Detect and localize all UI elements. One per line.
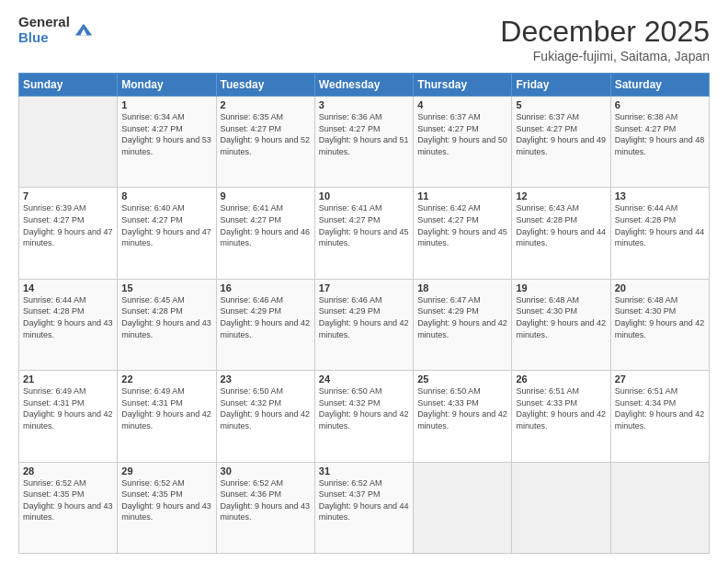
day-number: 30 — [221, 465, 311, 477]
weekday-header-row: SundayMondayTuesdayWednesdayThursdayFrid… — [19, 74, 710, 97]
day-cell: 2Sunrise: 6:35 AMSunset: 4:27 PMDaylight… — [216, 97, 314, 188]
day-cell: 31Sunrise: 6:52 AMSunset: 4:37 PMDayligh… — [314, 462, 413, 553]
day-cell: 24Sunrise: 6:50 AMSunset: 4:32 PMDayligh… — [314, 371, 413, 462]
day-cell — [19, 97, 118, 188]
day-info: Sunrise: 6:39 AMSunset: 4:27 PMDaylight:… — [23, 202, 113, 248]
day-cell: 26Sunrise: 6:51 AMSunset: 4:33 PMDayligh… — [512, 371, 610, 462]
day-cell: 16Sunrise: 6:46 AMSunset: 4:29 PMDayligh… — [216, 279, 314, 370]
day-info: Sunrise: 6:37 AMSunset: 4:27 PMDaylight:… — [417, 111, 507, 157]
week-row-2: 7Sunrise: 6:39 AMSunset: 4:27 PMDaylight… — [19, 188, 710, 279]
day-number: 21 — [23, 373, 113, 385]
day-cell: 8Sunrise: 6:40 AMSunset: 4:27 PMDaylight… — [118, 188, 216, 279]
logo-icon — [74, 20, 94, 40]
day-cell: 22Sunrise: 6:49 AMSunset: 4:31 PMDayligh… — [118, 371, 216, 462]
day-info: Sunrise: 6:49 AMSunset: 4:31 PMDaylight:… — [121, 385, 211, 431]
week-row-1: 1Sunrise: 6:34 AMSunset: 4:27 PMDaylight… — [19, 97, 710, 188]
day-cell: 5Sunrise: 6:37 AMSunset: 4:27 PMDaylight… — [512, 97, 610, 188]
day-number: 26 — [516, 373, 606, 385]
day-info: Sunrise: 6:52 AMSunset: 4:35 PMDaylight:… — [23, 477, 113, 523]
day-info: Sunrise: 6:44 AMSunset: 4:28 PMDaylight:… — [615, 202, 705, 248]
day-number: 5 — [516, 99, 606, 110]
day-info: Sunrise: 6:50 AMSunset: 4:33 PMDaylight:… — [417, 385, 507, 431]
day-number: 23 — [221, 373, 311, 385]
day-info: Sunrise: 6:45 AMSunset: 4:28 PMDaylight:… — [121, 294, 211, 340]
day-cell: 6Sunrise: 6:38 AMSunset: 4:27 PMDaylight… — [610, 97, 709, 188]
day-info: Sunrise: 6:34 AMSunset: 4:27 PMDaylight:… — [121, 111, 211, 157]
weekday-header-tuesday: Tuesday — [216, 74, 314, 97]
day-number: 6 — [615, 99, 705, 110]
day-cell: 3Sunrise: 6:36 AMSunset: 4:27 PMDaylight… — [314, 97, 413, 188]
day-cell: 28Sunrise: 6:52 AMSunset: 4:35 PMDayligh… — [19, 462, 118, 553]
day-number: 31 — [319, 465, 409, 477]
day-number: 18 — [417, 282, 507, 293]
weekday-header-monday: Monday — [118, 74, 216, 97]
day-info: Sunrise: 6:51 AMSunset: 4:33 PMDaylight:… — [516, 385, 606, 431]
weekday-header-saturday: Saturday — [610, 74, 709, 97]
day-number: 9 — [221, 190, 311, 201]
day-cell: 15Sunrise: 6:45 AMSunset: 4:28 PMDayligh… — [118, 279, 216, 370]
day-number: 24 — [319, 373, 409, 385]
day-cell: 21Sunrise: 6:49 AMSunset: 4:31 PMDayligh… — [19, 371, 118, 462]
week-row-3: 14Sunrise: 6:44 AMSunset: 4:28 PMDayligh… — [19, 279, 710, 370]
day-number: 4 — [417, 99, 507, 110]
day-number: 28 — [23, 465, 113, 477]
day-number: 10 — [319, 190, 409, 201]
day-cell: 17Sunrise: 6:46 AMSunset: 4:29 PMDayligh… — [314, 279, 413, 370]
day-number: 12 — [516, 190, 606, 201]
day-number: 7 — [23, 190, 113, 201]
day-info: Sunrise: 6:41 AMSunset: 4:27 PMDaylight:… — [319, 202, 409, 248]
day-cell: 4Sunrise: 6:37 AMSunset: 4:27 PMDaylight… — [414, 97, 512, 188]
day-cell: 1Sunrise: 6:34 AMSunset: 4:27 PMDaylight… — [118, 97, 216, 188]
day-info: Sunrise: 6:36 AMSunset: 4:27 PMDaylight:… — [319, 111, 409, 157]
day-cell: 20Sunrise: 6:48 AMSunset: 4:30 PMDayligh… — [610, 279, 709, 370]
day-info: Sunrise: 6:52 AMSunset: 4:35 PMDaylight:… — [121, 477, 211, 523]
logo: General Blue — [18, 15, 94, 45]
day-number: 20 — [615, 282, 705, 293]
header: General Blue December 2025 Fukiage-fujim… — [18, 15, 710, 63]
day-info: Sunrise: 6:52 AMSunset: 4:36 PMDaylight:… — [221, 477, 311, 523]
weekday-header-sunday: Sunday — [19, 74, 118, 97]
day-cell: 18Sunrise: 6:47 AMSunset: 4:29 PMDayligh… — [414, 279, 512, 370]
day-info: Sunrise: 6:51 AMSunset: 4:34 PMDaylight:… — [615, 385, 705, 431]
day-info: Sunrise: 6:49 AMSunset: 4:31 PMDaylight:… — [23, 385, 113, 431]
day-number: 29 — [121, 465, 211, 477]
day-cell: 13Sunrise: 6:44 AMSunset: 4:28 PMDayligh… — [610, 188, 709, 279]
day-cell: 14Sunrise: 6:44 AMSunset: 4:28 PMDayligh… — [19, 279, 118, 370]
week-row-5: 28Sunrise: 6:52 AMSunset: 4:35 PMDayligh… — [19, 462, 710, 553]
day-number: 8 — [121, 190, 211, 201]
page: General Blue December 2025 Fukiage-fujim… — [0, 0, 728, 563]
day-number: 25 — [417, 373, 507, 385]
day-number: 27 — [615, 373, 705, 385]
day-cell: 10Sunrise: 6:41 AMSunset: 4:27 PMDayligh… — [314, 188, 413, 279]
day-cell — [610, 462, 709, 553]
day-info: Sunrise: 6:37 AMSunset: 4:27 PMDaylight:… — [516, 111, 606, 157]
day-info: Sunrise: 6:44 AMSunset: 4:28 PMDaylight:… — [23, 294, 113, 340]
day-cell: 27Sunrise: 6:51 AMSunset: 4:34 PMDayligh… — [610, 371, 709, 462]
weekday-header-thursday: Thursday — [414, 74, 512, 97]
day-cell: 11Sunrise: 6:42 AMSunset: 4:27 PMDayligh… — [414, 188, 512, 279]
calendar-table: SundayMondayTuesdayWednesdayThursdayFrid… — [18, 73, 710, 554]
logo-blue: Blue — [18, 30, 70, 46]
day-cell: 12Sunrise: 6:43 AMSunset: 4:28 PMDayligh… — [512, 188, 610, 279]
day-number: 19 — [516, 282, 606, 293]
day-info: Sunrise: 6:40 AMSunset: 4:27 PMDaylight:… — [121, 202, 211, 248]
day-info: Sunrise: 6:35 AMSunset: 4:27 PMDaylight:… — [221, 111, 311, 157]
day-info: Sunrise: 6:50 AMSunset: 4:32 PMDaylight:… — [221, 385, 311, 431]
day-info: Sunrise: 6:48 AMSunset: 4:30 PMDaylight:… — [615, 294, 705, 340]
day-number: 3 — [319, 99, 409, 110]
day-info: Sunrise: 6:42 AMSunset: 4:27 PMDaylight:… — [417, 202, 507, 248]
week-row-4: 21Sunrise: 6:49 AMSunset: 4:31 PMDayligh… — [19, 371, 710, 462]
day-cell: 25Sunrise: 6:50 AMSunset: 4:33 PMDayligh… — [414, 371, 512, 462]
weekday-header-wednesday: Wednesday — [314, 74, 413, 97]
month-title: December 2025 — [500, 15, 710, 49]
day-cell — [414, 462, 512, 553]
day-info: Sunrise: 6:41 AMSunset: 4:27 PMDaylight:… — [221, 202, 311, 248]
day-number: 2 — [221, 99, 311, 110]
day-number: 15 — [121, 282, 211, 293]
day-info: Sunrise: 6:47 AMSunset: 4:29 PMDaylight:… — [417, 294, 507, 340]
day-cell — [512, 462, 610, 553]
day-number: 22 — [121, 373, 211, 385]
logo-general: General — [18, 15, 70, 30]
day-cell: 30Sunrise: 6:52 AMSunset: 4:36 PMDayligh… — [216, 462, 314, 553]
day-info: Sunrise: 6:50 AMSunset: 4:32 PMDaylight:… — [319, 385, 409, 431]
